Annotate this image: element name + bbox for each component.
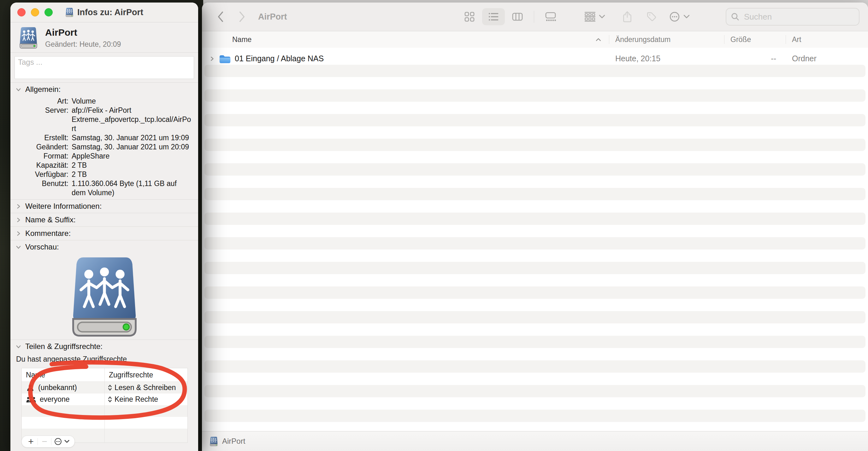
- tags-button[interactable]: [646, 11, 657, 22]
- list-empty-row: [202, 77, 868, 89]
- general-info: Art: Volume Server: afp://Felix - AirPor…: [10, 96, 198, 199]
- chevron-down-icon: [16, 245, 21, 250]
- column-header-kind[interactable]: Art: [792, 31, 801, 48]
- info-value: AppleShare: [72, 151, 192, 161]
- permission-user: (unbekannt): [38, 384, 77, 392]
- toolbar-divider: [534, 11, 534, 23]
- column-view-icon: [512, 11, 523, 22]
- list-empty-row: [202, 250, 868, 262]
- info-value: afp://Felix - AirPort Extreme._afpovertc…: [72, 106, 192, 133]
- info-value: Volume: [72, 96, 192, 106]
- list-empty-row: [202, 422, 868, 431]
- more-options-button[interactable]: [669, 11, 690, 22]
- view-as-gallery-button[interactable]: [539, 8, 562, 25]
- permission-row-empty: [22, 405, 187, 417]
- minimize-button[interactable]: [31, 8, 39, 17]
- list-empty-row: [205, 262, 866, 274]
- permission-row[interactable]: (unbekannt) Lesen & Schreiben: [22, 382, 187, 394]
- list-empty-row: [205, 65, 866, 77]
- section-general[interactable]: Allgemein:: [10, 82, 198, 96]
- permissions-note: Du hast angepasste Zugriffsrechte: [10, 353, 198, 367]
- view-as-icons-button[interactable]: [458, 8, 481, 25]
- tags-input[interactable]: [14, 56, 194, 79]
- list-empty-row: [205, 163, 866, 176]
- view-as-list-button[interactable]: [482, 8, 505, 25]
- forward-button[interactable]: [239, 11, 246, 22]
- list-empty-row: [205, 139, 866, 151]
- ellipsis-circle-icon: [669, 11, 680, 22]
- list-empty-row: [205, 385, 866, 397]
- column-divider[interactable]: [786, 35, 786, 44]
- column-divider[interactable]: [609, 35, 609, 44]
- section-name-suffix[interactable]: Name & Suffix:: [10, 213, 198, 226]
- status-bar: AirPort: [202, 431, 868, 451]
- section-label: Vorschau:: [25, 243, 59, 251]
- permissions-table-wrap: Name Zugriffsrechte (unbekannt) Lesen & …: [22, 368, 188, 443]
- add-user-button[interactable]: +: [26, 436, 36, 447]
- list-view-icon: [488, 11, 499, 22]
- list-empty-row: [202, 102, 868, 114]
- share-button[interactable]: [622, 11, 632, 23]
- group-icon: [26, 396, 36, 403]
- list-column-header: Name Änderungsdatum Größe Art: [202, 31, 868, 48]
- permission-row[interactable]: everyone Keine Rechte: [22, 394, 187, 405]
- list-empty-row: [202, 299, 868, 311]
- file-date-modified: Heute, 20:15: [615, 52, 660, 65]
- chevron-left-icon: [219, 12, 223, 22]
- list-empty-row: [205, 286, 866, 299]
- remove-user-button[interactable]: −: [39, 436, 50, 447]
- group-by-button[interactable]: [584, 12, 605, 22]
- tag-icon: [646, 11, 657, 22]
- volume-icon: [210, 436, 218, 446]
- info-value: 2 TB: [72, 170, 192, 179]
- disclosure-chevron-icon[interactable]: [210, 52, 215, 65]
- section-comments[interactable]: Kommentare:: [10, 226, 198, 240]
- chevron-down-icon: [16, 344, 21, 349]
- chevron-right-icon: [16, 231, 21, 236]
- list-empty-row: [202, 373, 868, 385]
- status-volume-name: AirPort: [222, 437, 245, 446]
- info-window-title: Infos zu: AirPort: [77, 7, 143, 17]
- column-header-size[interactable]: Größe: [731, 31, 751, 48]
- chevron-right-icon: [240, 12, 244, 22]
- permissions-more-button[interactable]: [53, 438, 71, 446]
- info-label: Benutzt:: [18, 179, 68, 197]
- info-label: Server:: [18, 106, 68, 133]
- section-label: Kommentare:: [25, 229, 71, 238]
- info-header: AirPort Geändert: Heute, 20:09: [10, 22, 198, 52]
- close-button[interactable]: [18, 8, 26, 17]
- updown-chevrons-icon: [107, 395, 112, 403]
- column-header-name[interactable]: Name: [232, 31, 251, 48]
- info-label: Format:: [18, 151, 68, 161]
- list-empty-row: [205, 213, 866, 225]
- share-icon: [622, 11, 632, 23]
- volume-disk-icon: [19, 27, 38, 49]
- permissions-table-header: Name Zugriffsrechte: [22, 368, 187, 382]
- view-as-columns-button[interactable]: [506, 8, 529, 25]
- back-button[interactable]: [217, 11, 224, 22]
- list-empty-row: [205, 360, 866, 373]
- section-label: Teilen & Zugriffsrechte:: [25, 342, 102, 351]
- info-label: Geändert:: [18, 142, 68, 151]
- search-input[interactable]: [743, 12, 849, 22]
- section-preview[interactable]: Vorschau:: [10, 240, 198, 254]
- perm-column-permissions: Zugriffsrechte: [104, 368, 187, 382]
- grid-view-icon: [464, 11, 475, 22]
- column-divider[interactable]: [724, 35, 724, 44]
- view-switcher: [458, 8, 562, 25]
- info-titlebar[interactable]: Infos zu: AirPort: [10, 2, 198, 22]
- chevron-down-icon: [599, 15, 605, 19]
- permission-value[interactable]: Lesen & Schreiben: [115, 384, 176, 392]
- chevron-down-icon: [64, 440, 69, 444]
- finder-toolbar: AirPort: [202, 2, 868, 31]
- search-field[interactable]: [726, 8, 860, 26]
- permission-value[interactable]: Keine Rechte: [115, 395, 158, 404]
- section-more-info[interactable]: Weitere Informationen:: [10, 199, 198, 213]
- info-label: Verfügbar:: [18, 170, 68, 179]
- file-name[interactable]: 01 Eingang / Ablage NAS: [235, 52, 324, 65]
- section-label: Allgemein:: [25, 85, 61, 94]
- column-header-date[interactable]: Änderungsdatum: [615, 31, 671, 48]
- section-sharing[interactable]: Teilen & Zugriffsrechte:: [10, 339, 198, 353]
- file-row[interactable]: 01 Eingang / Ablage NAS Heute, 20:15 -- …: [202, 52, 868, 65]
- zoom-button[interactable]: [44, 8, 53, 17]
